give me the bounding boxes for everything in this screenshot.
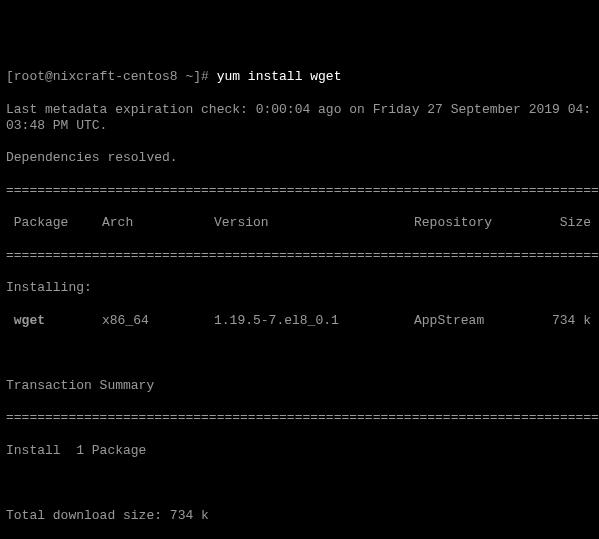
installing-label: Installing: <box>6 280 593 296</box>
divider-double: ========================================… <box>6 248 593 264</box>
download-total-line: Total download size: 734 k <box>6 508 593 524</box>
shell-prompt-prefix: [root@nixcraft-centos8 ~]# <box>6 69 217 84</box>
metadata-check-line: Last metadata expiration check: 0:00:04 … <box>6 102 593 135</box>
blank-line <box>6 475 593 491</box>
install-count-line: Install 1 Package <box>6 443 593 459</box>
pkg-size: 734 k <box>542 313 593 329</box>
blank-line <box>6 345 593 361</box>
pkg-arch: x86_64 <box>102 313 214 329</box>
txn-summary-label: Transaction Summary <box>6 378 593 394</box>
col-version: Version <box>214 215 414 231</box>
col-repository: Repository <box>414 215 542 231</box>
pkg-version: 1.19.5-7.el8_0.1 <box>214 313 414 329</box>
shell-prompt-line[interactable]: [root@nixcraft-centos8 ~]# yum install w… <box>6 69 593 85</box>
typed-command: yum install wget <box>217 69 342 84</box>
col-size: Size <box>542 215 593 231</box>
col-arch: Arch <box>102 215 214 231</box>
table-header: Package Arch Version Repository Size <box>6 215 593 231</box>
pkg-repo: AppStream <box>414 313 542 329</box>
table-row: wget x86_64 1.19.5-7.el8_0.1 AppStream 7… <box>6 313 593 329</box>
divider-double: ========================================… <box>6 183 593 199</box>
deps-resolved-line: Dependencies resolved. <box>6 150 593 166</box>
col-package: Package <box>6 215 102 231</box>
divider-double: ========================================… <box>6 410 593 426</box>
pkg-name: wget <box>6 313 102 329</box>
